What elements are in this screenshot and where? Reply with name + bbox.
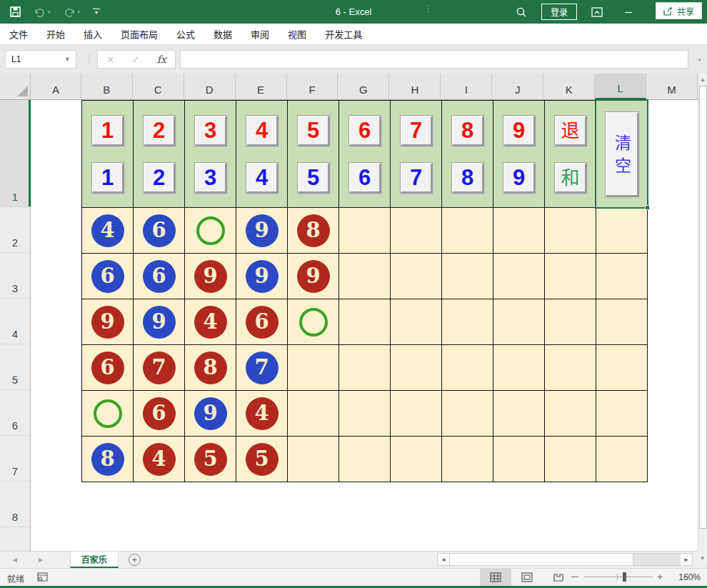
zoom-in-icon[interactable]: +	[657, 571, 663, 582]
board-cell[interactable]	[493, 437, 545, 482]
row-header-3[interactable]: 3	[0, 253, 30, 299]
board-cell[interactable]: 4	[236, 391, 288, 437]
column-header-C[interactable]: C	[133, 74, 184, 99]
board-cell[interactable]: 6	[236, 299, 288, 345]
scroll-up-icon[interactable]: ▲	[698, 74, 707, 85]
formula-input[interactable]	[180, 50, 688, 69]
scroll-down-icon[interactable]: ▼	[698, 551, 707, 565]
row-header-2[interactable]: 2	[0, 207, 30, 253]
insert-function-icon[interactable]: fx	[157, 54, 166, 65]
row-header-7[interactable]: 7	[0, 436, 30, 482]
board-cell[interactable]	[339, 391, 391, 437]
board-cell[interactable]	[82, 391, 134, 437]
column-header-H[interactable]: H	[389, 74, 441, 99]
board-cell[interactable]	[185, 208, 236, 254]
bet-button-top-退[interactable]: 退	[554, 115, 587, 146]
ribbon-tab-2[interactable]: 插入	[84, 27, 102, 41]
zoom-slider-thumb[interactable]	[623, 572, 626, 582]
board-cell[interactable]	[288, 299, 339, 345]
board-cell[interactable]	[493, 299, 545, 345]
expand-formula-bar-icon[interactable]: ⌄	[697, 54, 703, 62]
row-header-5[interactable]: 5	[0, 344, 30, 390]
row-header-8[interactable]: 8	[0, 482, 30, 527]
board-cell[interactable]: 8	[288, 208, 339, 254]
page-break-view-button[interactable]	[543, 569, 574, 586]
share-button[interactable]: 共享	[656, 2, 702, 19]
ribbon-tab-3[interactable]: 页面布局	[121, 27, 158, 41]
bet-button-bottom-4[interactable]: 4	[246, 162, 279, 194]
board-cell[interactable]	[339, 345, 391, 391]
select-all-button[interactable]	[0, 74, 31, 99]
board-cell[interactable]	[391, 254, 442, 299]
bet-button-bottom-9[interactable]: 9	[503, 162, 536, 194]
board-cell[interactable]	[391, 437, 442, 482]
column-header-D[interactable]: D	[184, 74, 236, 99]
normal-view-button[interactable]	[480, 569, 511, 586]
board-cell[interactable]: 6	[134, 254, 185, 299]
bet-button-bottom-8[interactable]: 8	[451, 162, 484, 194]
bet-button-top-7[interactable]: 7	[400, 115, 433, 146]
board-cell[interactable]	[442, 208, 493, 254]
vertical-scrollbar-thumb[interactable]	[699, 86, 707, 529]
board-cell[interactable]: 6	[134, 208, 185, 254]
board-cell[interactable]	[545, 254, 596, 299]
board-cell[interactable]	[493, 254, 545, 299]
bet-button-top-8[interactable]: 8	[451, 115, 484, 146]
column-header-F[interactable]: F	[287, 74, 339, 99]
board-cell[interactable]	[493, 391, 545, 437]
ribbon-tab-6[interactable]: 审阅	[251, 27, 269, 41]
column-header-M[interactable]: M	[646, 74, 698, 99]
add-sheet-button[interactable]: +	[129, 554, 141, 566]
sheet-tab-active[interactable]: 百家乐	[70, 552, 119, 568]
board-cell[interactable]: 9	[236, 208, 288, 254]
column-header-G[interactable]: G	[338, 74, 389, 99]
ribbon-tab-1[interactable]: 开始	[46, 27, 65, 41]
board-cell[interactable]	[545, 299, 596, 345]
board-cell[interactable]: 4	[185, 299, 236, 345]
board-cell[interactable]: 8	[185, 345, 236, 391]
board-cell[interactable]	[339, 437, 391, 482]
bet-button-top-1[interactable]: 1	[91, 115, 124, 146]
zoom-out-icon[interactable]: ─	[571, 571, 578, 582]
board-cell[interactable]: 9	[82, 299, 134, 345]
board-cell[interactable]	[545, 208, 596, 254]
bet-button-top-5[interactable]: 5	[297, 115, 330, 146]
bet-button-top-4[interactable]: 4	[246, 115, 279, 146]
board-cell[interactable]: 4	[134, 437, 185, 482]
board-cell[interactable]: 6	[82, 345, 134, 391]
ribbon-tab-0[interactable]: 文件	[9, 27, 28, 41]
column-header-L[interactable]: L	[595, 74, 646, 99]
board-cell[interactable]	[391, 391, 442, 437]
board-cell[interactable]: 7	[236, 345, 288, 391]
zoom-level[interactable]: 160%	[678, 572, 701, 582]
customize-qat-icon[interactable]: ▾	[93, 9, 100, 15]
board-cell[interactable]	[596, 254, 648, 299]
board-cell[interactable]	[442, 345, 493, 391]
bet-button-bottom-6[interactable]: 6	[349, 162, 381, 194]
ribbon-tab-4[interactable]: 公式	[176, 27, 195, 41]
board-cell[interactable]	[545, 391, 596, 437]
bet-button-bottom-7[interactable]: 7	[400, 162, 433, 194]
page-layout-view-button[interactable]	[511, 569, 543, 586]
clear-button[interactable]: 清空	[605, 111, 639, 197]
horizontal-scrollbar-thumb[interactable]	[449, 554, 633, 565]
board-cell[interactable]: 5	[185, 437, 236, 482]
column-header-B[interactable]: B	[81, 74, 133, 99]
name-box[interactable]: L1 ▼	[5, 50, 76, 69]
zoom-slider-track[interactable]	[584, 577, 653, 577]
horizontal-scrollbar[interactable]: ◄ ►	[437, 553, 693, 566]
board-cell[interactable]	[596, 299, 648, 345]
bet-button-bottom-2[interactable]: 2	[143, 162, 176, 194]
bet-button-bottom-3[interactable]: 3	[194, 162, 227, 194]
ribbon-tab-5[interactable]: 数据	[214, 27, 232, 41]
board-cell[interactable]	[493, 345, 545, 391]
ribbon-display-options-icon[interactable]	[581, 0, 613, 24]
board-cell[interactable]	[596, 437, 648, 482]
board-cell[interactable]	[493, 208, 545, 254]
next-sheet-icon[interactable]: ►	[37, 556, 44, 564]
scroll-right-icon[interactable]: ►	[681, 554, 692, 565]
board-cell[interactable]	[596, 208, 648, 254]
undo-icon[interactable]: ▾	[34, 7, 51, 17]
bet-button-bottom-1[interactable]: 1	[91, 162, 124, 194]
board-cell[interactable]	[339, 299, 391, 345]
